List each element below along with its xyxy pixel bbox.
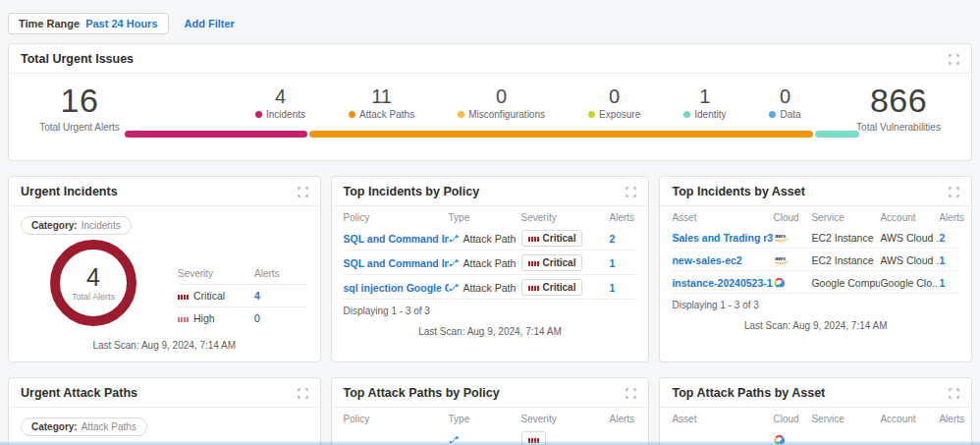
donut-value: 4 — [86, 265, 100, 290]
table-row — [672, 427, 959, 445]
expand-icon[interactable] — [949, 388, 959, 399]
alerts-count-link[interactable]: 1 — [939, 254, 959, 266]
exposure-dot-icon — [588, 111, 595, 118]
severity-badge: Critical — [521, 230, 583, 247]
attack-paths-dot-icon — [349, 111, 355, 118]
critical-severity-icon — [528, 282, 539, 293]
critical-severity-icon — [528, 257, 539, 268]
total-urgent-alerts: 16 Total Urgent Alerts — [27, 83, 133, 160]
stat-incidents: 4 Incidents — [255, 85, 305, 160]
bar-segment-attack-paths — [309, 131, 814, 138]
policy-link[interactable]: SQL and Command Injecti... — [344, 257, 449, 269]
expand-icon[interactable] — [626, 388, 636, 399]
table-row — [344, 427, 637, 445]
total-urgent-alerts-value: 16 — [27, 83, 133, 119]
asset-link[interactable]: Sales and Trading r3rdrfe — [672, 232, 773, 244]
incidents-dot-icon — [255, 111, 262, 118]
alerts-count-link[interactable]: 1 — [610, 257, 637, 269]
donut-label: Total Alerts — [72, 292, 115, 302]
stat-data: 0 Data — [769, 85, 800, 160]
bar-segment-identity — [815, 131, 859, 138]
data-dot-icon — [769, 111, 776, 118]
total-urgent-alerts-label: Total Urgent Alerts — [27, 122, 133, 133]
alerts-count-link[interactable]: 2 — [610, 233, 637, 245]
panel-title: Urgent Attack Paths — [21, 386, 137, 400]
critical-alert-count-link[interactable]: 4 — [254, 290, 307, 302]
critical-severity-icon — [178, 290, 189, 302]
panel-total-urgent-issues: Total Urgent Issues 16 Total Urgent Aler… — [8, 43, 972, 161]
asset-link[interactable]: instance-20240523-1257... — [672, 277, 773, 289]
stat-attack-paths: 11 Attack Paths — [349, 85, 414, 160]
last-scan-text: Last Scan: Aug 9, 2024, 7:14 AM — [672, 320, 959, 331]
severity-row-high: High 0 — [178, 306, 307, 329]
severity-table: Severity Alerts Critical 4 High 0 — [178, 263, 307, 329]
time-range-value: Past 24 Hours — [85, 18, 157, 29]
panel-title: Total Urgent Issues — [21, 52, 134, 66]
expand-icon[interactable] — [949, 187, 959, 197]
total-vulnerabilities-value: 866 — [844, 83, 953, 119]
time-range-filter[interactable]: Time Range Past 24 Hours — [8, 13, 169, 34]
panel-title: Top Incidents by Policy — [344, 185, 480, 198]
stat-identity: 1 Identity — [683, 85, 726, 160]
attack-path-icon — [449, 256, 460, 269]
panel-urgent-incidents: Urgent Incidents Category: Incidents 4 T… — [8, 176, 321, 362]
misconfigurations-dot-icon — [458, 111, 464, 118]
table-row: SQL and Command Injecti... Attack Path C… — [344, 250, 637, 275]
critical-severity-icon — [528, 233, 539, 244]
panel-top-attack-paths-by-policy: Top Attack Paths by Policy Policy Type S… — [331, 377, 650, 445]
severity-badge: Critical — [521, 279, 583, 296]
svg-text:aws: aws — [776, 255, 787, 261]
urgent-issues-stacked-bar — [125, 131, 861, 138]
table-row: Sales and Trading r3rdrfe aws EC2 Instan… — [672, 226, 959, 249]
expand-icon[interactable] — [298, 388, 308, 399]
category-pill: Category: Incidents — [21, 216, 132, 235]
identity-dot-icon — [683, 111, 690, 118]
pagination-status: Displaying 1 - 3 of 3 — [344, 300, 637, 318]
expand-icon[interactable] — [626, 187, 636, 197]
category-stats: 4 Incidents 11 Attack Paths 0 Misconfigu… — [255, 85, 801, 160]
severity-row-critical: Critical 4 — [178, 284, 307, 306]
severity-badge: Critical — [521, 254, 583, 271]
table-row: sql injection Google Com... Attack Path … — [344, 275, 637, 300]
alerts-count-link[interactable]: 2 — [939, 232, 959, 244]
panel-top-attack-paths-by-asset: Top Attack Paths by Asset Asset Cloud Se… — [659, 377, 972, 445]
expand-icon[interactable] — [298, 187, 308, 197]
table-header-row: Asset Cloud Service Account Alerts — [672, 208, 959, 226]
table-row: SQL and Command Injecti... Attack Path C… — [344, 226, 637, 250]
policy-link[interactable]: sql injection Google Com... — [344, 282, 449, 294]
stat-misconfigurations: 0 Misconfigurations — [458, 85, 545, 160]
aws-icon: aws — [773, 232, 811, 243]
category-pill: Category: Attack Paths — [21, 417, 147, 436]
asset-link[interactable]: new-sales-ec2 — [672, 254, 773, 266]
expand-icon[interactable] — [949, 54, 959, 65]
attack-path-icon — [449, 232, 460, 245]
google-cloud-icon — [773, 277, 811, 288]
time-range-label: Time Range — [19, 18, 80, 29]
total-alerts-donut-chart: 4 Total Alerts — [50, 240, 136, 326]
critical-severity-icon — [528, 434, 539, 445]
severity-badge — [521, 431, 546, 445]
total-vulnerabilities: 866 Total Vulnerabilities — [844, 83, 953, 160]
svg-text:aws: aws — [776, 233, 787, 239]
stat-exposure: 0 Exposure — [588, 85, 640, 160]
attack-path-icon — [449, 433, 460, 445]
table-header-row: Policy Type Severity Alerts — [344, 208, 637, 226]
panel-top-incidents-by-asset: Top Incidents by Asset Asset Cloud Servi… — [659, 176, 972, 362]
panel-urgent-attack-paths: Urgent Attack Paths Category: Attack Pat… — [8, 377, 321, 445]
panel-top-incidents-by-policy: Top Incidents by Policy Policy Type Seve… — [331, 176, 650, 362]
panel-title: Top Attack Paths by Policy — [344, 386, 500, 400]
panel-title: Urgent Incidents — [21, 185, 118, 198]
panel-title: Top Attack Paths by Asset — [672, 386, 825, 400]
bar-segment-incidents — [125, 131, 307, 138]
add-filter-button[interactable]: Add Filter — [185, 18, 235, 29]
policy-link[interactable]: SQL and Command Injecti... — [344, 233, 449, 245]
panel-title: Top Incidents by Asset — [672, 185, 804, 198]
alerts-count-link[interactable]: 1 — [939, 277, 959, 289]
aws-icon: aws — [773, 254, 811, 265]
google-cloud-icon — [773, 434, 811, 445]
alerts-count-link[interactable]: 1 — [610, 282, 637, 294]
last-scan-text: Last Scan: Aug 9, 2024, 7:14 AM — [9, 340, 320, 351]
filter-bar: Time Range Past 24 Hours Add Filter — [0, 0, 980, 43]
table-header-row: Policy Type Severity Alerts — [344, 410, 637, 427]
last-scan-text: Last Scan: Aug 9, 2024, 7:14 AM — [344, 326, 637, 337]
